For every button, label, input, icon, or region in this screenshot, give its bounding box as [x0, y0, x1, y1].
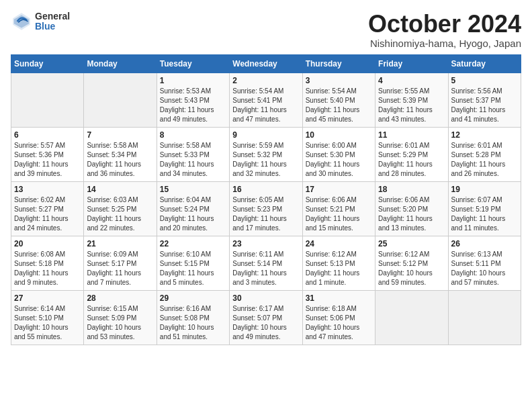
day-number: 8 — [160, 130, 226, 140]
calendar-cell: 5Sunrise: 5:56 AM Sunset: 5:37 PM Daylig… — [448, 73, 521, 127]
day-number: 30 — [232, 293, 299, 303]
calendar-cell — [375, 290, 448, 345]
day-number: 28 — [87, 293, 153, 303]
calendar-cell: 26Sunrise: 6:13 AM Sunset: 5:11 PM Dayli… — [448, 236, 521, 290]
day-info: Sunrise: 6:06 AM Sunset: 5:21 PM Dayligh… — [306, 195, 372, 233]
calendar-week-row: 6Sunrise: 5:57 AM Sunset: 5:36 PM Daylig… — [11, 127, 521, 181]
day-number: 22 — [160, 239, 226, 248]
calendar-cell: 17Sunrise: 6:06 AM Sunset: 5:21 PM Dayli… — [302, 181, 375, 236]
day-number: 1 — [160, 76, 226, 85]
calendar-cell: 11Sunrise: 6:01 AM Sunset: 5:29 PM Dayli… — [375, 127, 448, 181]
calendar-cell: 12Sunrise: 6:01 AM Sunset: 5:28 PM Dayli… — [448, 127, 521, 181]
day-number: 27 — [14, 293, 81, 303]
day-info: Sunrise: 6:12 AM Sunset: 5:12 PM Dayligh… — [378, 250, 445, 287]
day-number: 20 — [14, 239, 81, 248]
calendar-cell: 10Sunrise: 6:00 AM Sunset: 5:30 PM Dayli… — [302, 127, 375, 181]
calendar-cell: 29Sunrise: 6:16 AM Sunset: 5:08 PM Dayli… — [157, 290, 229, 345]
header-row: SundayMondayTuesdayWednesdayThursdayFrid… — [11, 54, 521, 73]
day-info: Sunrise: 5:54 AM Sunset: 5:40 PM Dayligh… — [306, 87, 372, 124]
calendar-cell: 22Sunrise: 6:10 AM Sunset: 5:15 PM Dayli… — [157, 236, 229, 290]
day-info: Sunrise: 6:13 AM Sunset: 5:11 PM Dayligh… — [451, 250, 518, 287]
day-info: Sunrise: 5:58 AM Sunset: 5:34 PM Dayligh… — [87, 141, 153, 179]
calendar-cell: 25Sunrise: 6:12 AM Sunset: 5:12 PM Dayli… — [375, 236, 448, 290]
calendar-cell: 21Sunrise: 6:09 AM Sunset: 5:17 PM Dayli… — [84, 236, 157, 290]
day-info: Sunrise: 5:53 AM Sunset: 5:43 PM Dayligh… — [160, 87, 226, 124]
calendar-week-row: 13Sunrise: 6:02 AM Sunset: 5:27 PM Dayli… — [11, 181, 521, 236]
day-number: 26 — [451, 239, 518, 248]
calendar-cell: 9Sunrise: 5:59 AM Sunset: 5:32 PM Daylig… — [230, 127, 302, 181]
header-day: Monday — [84, 54, 157, 73]
calendar-cell: 7Sunrise: 5:58 AM Sunset: 5:34 PM Daylig… — [84, 127, 157, 181]
calendar-cell: 15Sunrise: 6:04 AM Sunset: 5:24 PM Dayli… — [157, 181, 229, 236]
day-info: Sunrise: 6:07 AM Sunset: 5:19 PM Dayligh… — [451, 195, 518, 233]
day-info: Sunrise: 6:10 AM Sunset: 5:15 PM Dayligh… — [160, 250, 226, 287]
day-info: Sunrise: 6:03 AM Sunset: 5:25 PM Dayligh… — [87, 195, 153, 233]
day-info: Sunrise: 6:16 AM Sunset: 5:08 PM Dayligh… — [160, 304, 226, 342]
day-number: 21 — [87, 239, 153, 248]
header-day: Saturday — [448, 54, 521, 73]
day-info: Sunrise: 6:06 AM Sunset: 5:20 PM Dayligh… — [378, 195, 445, 233]
day-number: 12 — [451, 130, 518, 140]
day-info: Sunrise: 5:58 AM Sunset: 5:33 PM Dayligh… — [160, 141, 226, 179]
calendar-cell: 30Sunrise: 6:17 AM Sunset: 5:07 PM Dayli… — [230, 290, 302, 345]
day-info: Sunrise: 6:17 AM Sunset: 5:07 PM Dayligh… — [232, 304, 299, 342]
day-info: Sunrise: 6:04 AM Sunset: 5:24 PM Dayligh… — [160, 195, 226, 233]
day-number: 9 — [232, 130, 299, 140]
day-number: 11 — [378, 130, 445, 140]
calendar-cell: 19Sunrise: 6:07 AM Sunset: 5:19 PM Dayli… — [448, 181, 521, 236]
month-title: October 2024 — [368, 11, 521, 38]
calendar-cell: 20Sunrise: 6:08 AM Sunset: 5:18 PM Dayli… — [11, 236, 84, 290]
day-info: Sunrise: 5:59 AM Sunset: 5:32 PM Dayligh… — [232, 141, 299, 179]
day-number: 10 — [306, 130, 372, 140]
day-info: Sunrise: 6:18 AM Sunset: 5:06 PM Dayligh… — [306, 304, 372, 342]
calendar-cell: 1Sunrise: 5:53 AM Sunset: 5:43 PM Daylig… — [157, 73, 229, 127]
calendar-week-row: 1Sunrise: 5:53 AM Sunset: 5:43 PM Daylig… — [11, 73, 521, 127]
logo-blue: Blue — [35, 21, 70, 32]
header-day: Sunday — [11, 54, 84, 73]
day-number: 19 — [451, 185, 518, 194]
calendar-cell: 8Sunrise: 5:58 AM Sunset: 5:33 PM Daylig… — [157, 127, 229, 181]
calendar-cell: 13Sunrise: 6:02 AM Sunset: 5:27 PM Dayli… — [11, 181, 84, 236]
day-info: Sunrise: 6:15 AM Sunset: 5:09 PM Dayligh… — [87, 304, 153, 342]
day-info: Sunrise: 6:09 AM Sunset: 5:17 PM Dayligh… — [87, 250, 153, 287]
day-info: Sunrise: 6:02 AM Sunset: 5:27 PM Dayligh… — [14, 195, 81, 233]
day-number: 2 — [232, 76, 299, 85]
calendar-cell: 18Sunrise: 6:06 AM Sunset: 5:20 PM Dayli… — [375, 181, 448, 236]
location-subtitle: Nishinomiya-hama, Hyogo, Japan — [368, 38, 521, 49]
header-day: Wednesday — [230, 54, 302, 73]
header-day: Friday — [375, 54, 448, 73]
calendar-cell — [11, 73, 84, 127]
day-number: 24 — [306, 239, 372, 248]
day-number: 7 — [87, 130, 153, 140]
title-area: October 2024 Nishinomiya-hama, Hyogo, Ja… — [368, 11, 521, 49]
calendar-cell: 16Sunrise: 6:05 AM Sunset: 5:23 PM Dayli… — [230, 181, 302, 236]
logo: General Blue — [11, 11, 70, 32]
day-number: 15 — [160, 185, 226, 194]
day-number: 29 — [160, 293, 226, 303]
day-info: Sunrise: 6:01 AM Sunset: 5:29 PM Dayligh… — [378, 141, 445, 179]
day-number: 23 — [232, 239, 299, 248]
calendar-cell: 28Sunrise: 6:15 AM Sunset: 5:09 PM Dayli… — [84, 290, 157, 345]
day-number: 16 — [232, 185, 299, 194]
calendar-cell: 4Sunrise: 5:55 AM Sunset: 5:39 PM Daylig… — [375, 73, 448, 127]
calendar-cell: 31Sunrise: 6:18 AM Sunset: 5:06 PM Dayli… — [302, 290, 375, 345]
calendar-cell — [448, 290, 521, 345]
day-info: Sunrise: 6:00 AM Sunset: 5:30 PM Dayligh… — [306, 141, 372, 179]
day-number: 31 — [306, 293, 372, 303]
calendar-cell: 6Sunrise: 5:57 AM Sunset: 5:36 PM Daylig… — [11, 127, 84, 181]
day-number: 17 — [306, 185, 372, 194]
day-info: Sunrise: 6:05 AM Sunset: 5:23 PM Dayligh… — [232, 195, 299, 233]
calendar-cell: 23Sunrise: 6:11 AM Sunset: 5:14 PM Dayli… — [230, 236, 302, 290]
header-day: Thursday — [302, 54, 375, 73]
day-number: 4 — [378, 76, 445, 85]
day-info: Sunrise: 6:14 AM Sunset: 5:10 PM Dayligh… — [14, 304, 81, 342]
day-info: Sunrise: 5:54 AM Sunset: 5:41 PM Dayligh… — [232, 87, 299, 124]
calendar-week-row: 27Sunrise: 6:14 AM Sunset: 5:10 PM Dayli… — [11, 290, 521, 345]
day-number: 18 — [378, 185, 445, 194]
calendar-week-row: 20Sunrise: 6:08 AM Sunset: 5:18 PM Dayli… — [11, 236, 521, 290]
calendar-cell: 27Sunrise: 6:14 AM Sunset: 5:10 PM Dayli… — [11, 290, 84, 345]
day-number: 3 — [306, 76, 372, 85]
logo-icon — [11, 11, 32, 32]
logo-general: General — [35, 11, 70, 21]
day-number: 13 — [14, 185, 81, 194]
